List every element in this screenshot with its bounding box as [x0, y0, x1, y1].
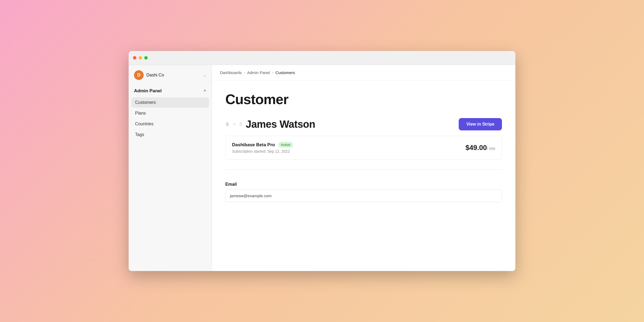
customer-header-left: 🗑 ＋ ⠿ James Watson — [225, 119, 315, 130]
delete-record-icon[interactable]: 🗑 — [225, 122, 230, 127]
customer-name: James Watson — [246, 119, 315, 130]
maximize-button[interactable] — [144, 56, 148, 60]
email-field[interactable] — [225, 189, 502, 202]
drag-record-icon[interactable]: ⠿ — [239, 122, 243, 127]
app-body: D Dashi Co ⌄ Admin Panel + Customers Pla… — [129, 65, 515, 271]
traffic-lights — [133, 56, 148, 60]
breadcrumb-sep-2: › — [272, 71, 273, 75]
minimize-button[interactable] — [139, 56, 142, 60]
title-bar — [129, 51, 515, 65]
sidebar-section-label: Admin Panel — [134, 88, 162, 94]
page-title: Customer — [225, 91, 502, 107]
sidebar-nav: Customers Plans Countries Tags — [129, 97, 212, 140]
sidebar-item-countries[interactable]: Countries — [131, 119, 209, 129]
sidebar: D Dashi Co ⌄ Admin Panel + Customers Pla… — [129, 65, 212, 271]
subscription-price: $49.00/ mo — [465, 144, 495, 152]
subscription-date: Subscription started: Sep 12, 2022 — [232, 149, 293, 153]
breadcrumb-admin-panel[interactable]: Admin Panel — [247, 70, 270, 75]
view-in-stripe-button[interactable]: View in Stripe — [459, 118, 502, 130]
status-badge: Active — [278, 142, 293, 148]
sidebar-item-customers[interactable]: Customers — [131, 97, 209, 108]
sidebar-section-header: Admin Panel + — [129, 85, 212, 97]
workspace-header: D Dashi Co ⌄ — [129, 70, 212, 85]
close-button[interactable] — [133, 56, 136, 60]
workspace-chevron-icon[interactable]: ⌄ — [204, 73, 206, 77]
subscription-card: Dashibase Beta Pro Active Subscription s… — [225, 136, 502, 160]
breadcrumb-customers[interactable]: Customers — [276, 70, 295, 75]
subscription-top: Dashibase Beta Pro Active — [232, 142, 293, 148]
email-section: Email — [225, 182, 502, 202]
add-section-icon[interactable]: + — [203, 88, 206, 94]
main-content: Dashboards › Admin Panel › Customers Cus… — [212, 65, 515, 271]
breadcrumb-sep-1: › — [244, 71, 245, 75]
add-record-icon[interactable]: ＋ — [232, 122, 237, 127]
record-actions: 🗑 ＋ ⠿ — [225, 122, 243, 127]
workspace-avatar: D — [134, 70, 144, 80]
sidebar-item-tags[interactable]: Tags — [131, 130, 209, 140]
sidebar-item-plans[interactable]: Plans — [131, 108, 209, 118]
app-window: D Dashi Co ⌄ Admin Panel + Customers Pla… — [129, 51, 515, 271]
subscription-info: Dashibase Beta Pro Active Subscription s… — [232, 142, 293, 153]
section-divider — [225, 169, 502, 170]
breadcrumb-dashboards[interactable]: Dashboards — [220, 70, 242, 75]
workspace-name: Dashi Co — [146, 73, 164, 78]
breadcrumb: Dashboards › Admin Panel › Customers — [212, 65, 515, 80]
page-content: Customer 🗑 ＋ ⠿ James Watson View in S — [212, 80, 515, 271]
workspace-left: D Dashi Co — [134, 70, 164, 80]
customer-record: 🗑 ＋ ⠿ James Watson View in Stripe D — [225, 118, 502, 202]
subscription-name: Dashibase Beta Pro — [232, 142, 275, 148]
customer-header: 🗑 ＋ ⠿ James Watson View in Stripe — [225, 118, 502, 130]
email-label: Email — [225, 182, 502, 187]
